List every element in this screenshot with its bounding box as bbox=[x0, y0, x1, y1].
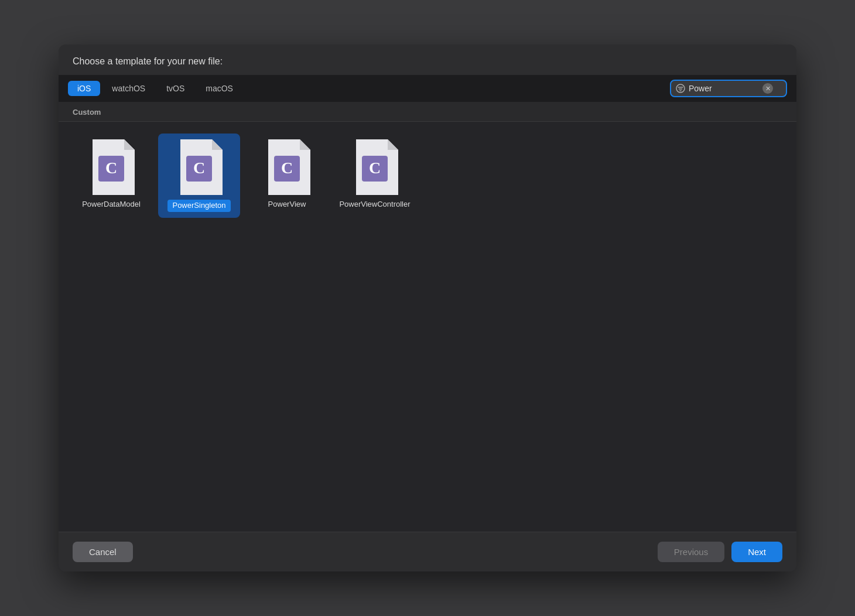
file-icon-power-view-controller: C bbox=[351, 139, 398, 195]
previous-button[interactable]: Previous bbox=[658, 542, 724, 562]
file-icon-power-view: C bbox=[264, 139, 310, 195]
tab-tvos[interactable]: tvOS bbox=[157, 81, 194, 96]
file-icon-power-singleton: C bbox=[176, 139, 223, 195]
footer: Cancel Previous Next bbox=[59, 532, 796, 571]
template-label-power-view: PowerView bbox=[268, 200, 306, 210]
search-clear-button[interactable]: ✕ bbox=[762, 83, 773, 94]
template-chooser-dialog: Choose a template for your new file: iOS… bbox=[59, 45, 796, 571]
cancel-button[interactable]: Cancel bbox=[73, 542, 133, 562]
filter-icon bbox=[676, 84, 685, 93]
toolbar: iOS watchOS tvOS macOS ✕ bbox=[59, 75, 796, 102]
tab-group: iOS watchOS tvOS macOS bbox=[68, 81, 670, 96]
template-item-power-singleton[interactable]: C PowerSingleton bbox=[158, 134, 240, 218]
svg-text:C: C bbox=[193, 159, 205, 177]
tab-macos[interactable]: macOS bbox=[196, 81, 242, 96]
svg-text:C: C bbox=[281, 159, 293, 177]
section-header: Custom bbox=[59, 102, 796, 122]
search-input[interactable] bbox=[689, 84, 759, 93]
template-label-power-singleton: PowerSingleton bbox=[167, 200, 230, 212]
file-icon-power-data-model: C bbox=[88, 139, 135, 195]
template-item-power-view-controller[interactable]: C PowerViewController bbox=[334, 134, 416, 215]
tab-ios[interactable]: iOS bbox=[68, 81, 100, 96]
content-area: C PowerDataModel C PowerSingleton bbox=[59, 122, 796, 532]
dialog-title: Choose a template for your new file: bbox=[59, 45, 796, 75]
tab-watchos[interactable]: watchOS bbox=[102, 81, 155, 96]
template-label-power-view-controller: PowerViewController bbox=[339, 200, 410, 210]
search-box: ✕ bbox=[670, 80, 787, 97]
template-label-power-data-model: PowerDataModel bbox=[82, 200, 141, 210]
footer-right: Previous Next bbox=[658, 542, 782, 562]
template-item-power-data-model[interactable]: C PowerDataModel bbox=[70, 134, 152, 215]
svg-text:C: C bbox=[105, 159, 117, 177]
svg-text:C: C bbox=[369, 159, 381, 177]
template-item-power-view[interactable]: C PowerView bbox=[246, 134, 328, 215]
svg-point-0 bbox=[676, 84, 685, 93]
templates-grid: C PowerDataModel C PowerSingleton bbox=[70, 134, 785, 218]
next-button[interactable]: Next bbox=[731, 542, 782, 562]
